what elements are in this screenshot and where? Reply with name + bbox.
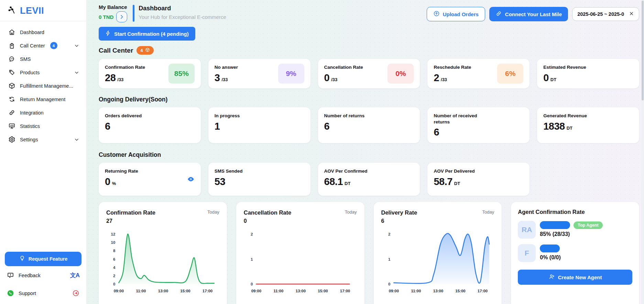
- sidebar-item-call-center[interactable]: Call Center4: [3, 39, 84, 52]
- sidebar-item-fulfillment-manageme[interactable]: Fulfillment Manageme...: [3, 79, 84, 93]
- logout-icon[interactable]: [72, 290, 79, 297]
- upload-icon: [433, 10, 440, 18]
- stat-card-estimated-revenue: Estimated Revenue0DT: [537, 59, 639, 88]
- sidebar-item-integration[interactable]: Integration: [3, 106, 84, 119]
- stat-card-percent-badge: 6%: [497, 64, 523, 84]
- agent-name-redacted-pill: [540, 221, 570, 229]
- sidebar-item-sms[interactable]: SMS: [3, 52, 84, 66]
- chart-head-left: Cancellation Rate0: [244, 209, 291, 224]
- logo[interactable]: LEVII: [0, 0, 86, 21]
- stat-card-main: Confirmation Rate28/33: [105, 64, 145, 83]
- stat-card-sms-sended: SMS Sended53: [208, 163, 310, 196]
- sidebar-item-dashboard[interactable]: Dashboard: [3, 25, 84, 39]
- main-content: My Balance 0 TND Dashboard Your Hub for …: [87, 0, 644, 304]
- svg-text:2: 2: [251, 232, 253, 236]
- sidebar-item-products[interactable]: Products: [3, 66, 84, 79]
- stat-card-main: Number of returns6: [324, 113, 365, 131]
- stat-card-value-row: 0%: [105, 177, 138, 187]
- request-feature-label: Request Feature: [29, 256, 68, 262]
- create-new-agent-button[interactable]: Create New Agent: [518, 270, 632, 285]
- eye-icon[interactable]: [187, 175, 195, 183]
- tag-icon: [8, 69, 15, 76]
- stat-card-value-row: 68.1DT: [324, 177, 368, 187]
- stat-card-main: Generated Revenue1838DT: [543, 113, 587, 131]
- page-title: Dashboard: [139, 4, 226, 12]
- svg-text:0: 0: [113, 282, 115, 286]
- stat-card-value: 1838: [543, 121, 565, 131]
- sidebar-item-statistics[interactable]: Statistics: [3, 119, 84, 133]
- stat-card-main: AOV Per Delivered58.7DT: [434, 168, 474, 187]
- start-confirmation-label: Start Confirmation (4 pending): [114, 31, 189, 37]
- translate-icon[interactable]: 文A: [70, 271, 79, 279]
- svg-text:11:00: 11:00: [411, 289, 421, 293]
- window-scrollbar[interactable]: [641, 0, 644, 304]
- agent-stat: 85% (28/33): [540, 231, 602, 237]
- scrollbar-thumb[interactable]: [642, 1, 644, 100]
- idea-icon: [19, 255, 25, 263]
- chat-icon: [8, 55, 15, 63]
- call-center-pending-badge: 4: [137, 46, 153, 55]
- svg-text:1: 1: [388, 257, 390, 261]
- avatar: RA: [518, 221, 536, 239]
- svg-text:4: 4: [113, 265, 116, 270]
- svg-text:15:00: 15:00: [455, 289, 465, 293]
- stat-card-main: SMS Sended53: [215, 168, 243, 187]
- date-range-picker[interactable]: 2025-06-25 ~ 2025-0: [572, 7, 639, 21]
- agent-info: 0% (0/0): [540, 244, 560, 261]
- stat-card-value-row: 6: [324, 121, 365, 131]
- logo-text: LEVII: [20, 6, 44, 16]
- chevron-down-icon[interactable]: [74, 70, 79, 75]
- upload-orders-button[interactable]: Upload Orders: [427, 7, 485, 21]
- agent-pills: Top Agent: [540, 221, 602, 229]
- chevron-down-icon[interactable]: [74, 137, 79, 142]
- svg-text:15:00: 15:00: [180, 289, 190, 293]
- balance-block: My Balance 0 TND: [99, 4, 127, 22]
- sidebar-nav: DashboardCall Center4SMSProductsFulfillm…: [0, 21, 86, 146]
- feedback-item[interactable]: Feedback 文A: [5, 266, 81, 284]
- chart-title: Cancellation Rate: [244, 209, 291, 216]
- sidebar-item-return-management[interactable]: Return Management: [3, 93, 84, 106]
- start-confirmation-button[interactable]: Start Confirmation (4 pending): [99, 27, 195, 41]
- stat-card-value: 0: [324, 73, 330, 83]
- sidebar-item-settings[interactable]: Settings: [3, 133, 84, 146]
- clear-date-icon[interactable]: [629, 11, 634, 17]
- stat-card-value: 6: [324, 121, 330, 131]
- svg-text:6: 6: [113, 257, 115, 261]
- request-feature-button[interactable]: Request Feature: [5, 252, 81, 266]
- stat-card-no-answer: No answer3/339%: [208, 59, 310, 88]
- stat-card-value: 28: [105, 73, 116, 83]
- agent-info: Top Agent85% (28/33): [540, 221, 602, 237]
- stat-card-main: Orders delivered6: [105, 113, 142, 131]
- sidebar-item-label: Dashboard: [20, 30, 44, 35]
- balance-expand-button[interactable]: [116, 11, 127, 22]
- chevron-down-icon[interactable]: [74, 43, 79, 48]
- agent-stat: 0% (0/0): [540, 254, 560, 261]
- stat-card-value: 2: [434, 73, 439, 83]
- stat-card-aov-per-confirmed: AOV Per Confirmed68.1DT: [318, 163, 420, 196]
- customer-title: Customer Acquisition: [99, 151, 161, 159]
- stat-card-suffix: DT: [345, 181, 350, 186]
- stat-card-value-row: 0/33: [324, 73, 363, 83]
- stat-card-value: 68.1: [324, 177, 343, 187]
- connect-last-mile-button[interactable]: Connect Your Last Mile: [489, 7, 568, 21]
- svg-text:13:00: 13:00: [433, 289, 443, 293]
- stat-card-orders-delivered: Orders delivered6: [99, 107, 201, 143]
- stat-card-main: No answer3/33: [215, 64, 238, 83]
- support-item[interactable]: Support: [5, 284, 81, 302]
- stat-card-confirmation-rate: Confirmation Rate28/3385%: [99, 59, 201, 88]
- stat-card-suffix: DT: [454, 181, 460, 186]
- home-icon: [8, 29, 15, 36]
- chart-period-label: Today: [482, 209, 494, 215]
- stat-card-value: 0: [105, 177, 110, 187]
- agent-panel-title: Agent Confirmation Rate: [518, 209, 632, 215]
- stat-card-main: Cancellation Rate0/33: [324, 64, 363, 83]
- stat-card-value: 3: [215, 73, 220, 83]
- stat-card-suffix: /33: [221, 77, 228, 82]
- stat-card-value: 1: [215, 121, 220, 131]
- lightning-icon: [105, 30, 111, 37]
- charts-row: Confirmation Rate27Today12108642009:0011…: [99, 202, 639, 304]
- stat-card-label: Reschedule Rate: [434, 64, 471, 70]
- sidebar-item-label: Fulfillment Manageme...: [20, 83, 73, 89]
- ongoing-cards-row: Orders delivered6In progress1Number of r…: [99, 107, 639, 143]
- chart-period-label: Today: [207, 209, 219, 215]
